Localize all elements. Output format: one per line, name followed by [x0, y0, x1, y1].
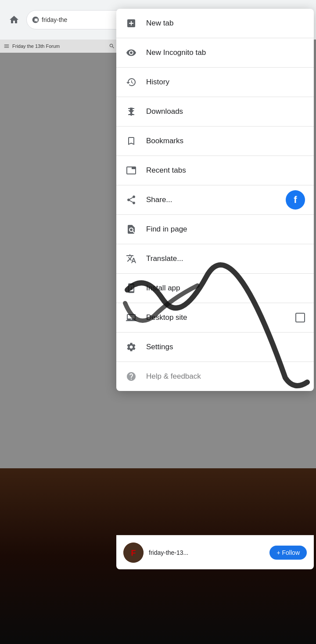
- home-button[interactable]: [5, 11, 23, 29]
- menu-item-share[interactable]: Share... f: [116, 185, 314, 214]
- help-label: Help & feedback: [146, 372, 201, 381]
- site-avatar: F: [123, 543, 144, 563]
- downloads-icon: [125, 105, 137, 118]
- desktop-site-label: Desktop site: [146, 313, 187, 322]
- history-icon: [125, 76, 137, 88]
- new-tab-icon: [125, 17, 137, 29]
- tab-bar: Friday the 13th Forum: [0, 40, 118, 53]
- incognito-icon: [125, 47, 137, 59]
- downloads-label: Downloads: [146, 107, 183, 116]
- share-icon: [125, 194, 137, 206]
- fb-icon: f: [286, 190, 305, 210]
- find-in-page-label: Find in page: [146, 225, 187, 234]
- install-app-icon: [125, 282, 137, 294]
- recent-tabs-label: Recent tabs: [146, 166, 186, 175]
- settings-label: Settings: [146, 343, 173, 351]
- translate-label: Translate...: [146, 254, 183, 263]
- history-label: History: [146, 78, 169, 87]
- menu-item-find-in-page[interactable]: Find in page: [116, 215, 314, 244]
- menu-item-downloads[interactable]: Downloads: [116, 97, 314, 126]
- follow-bar: F friday-the-13... + Follow: [116, 535, 314, 569]
- menu-item-incognito[interactable]: New Incognito tab: [116, 38, 314, 67]
- translate-icon: [125, 253, 137, 265]
- desktop-site-icon: [125, 311, 137, 324]
- find-in-page-icon: [125, 223, 137, 235]
- desktop-site-checkbox[interactable]: [295, 313, 305, 322]
- context-menu: New tab New Incognito tab History Downlo…: [116, 9, 314, 391]
- incognito-label: New Incognito tab: [146, 48, 206, 57]
- follow-site-name: friday-the-13...: [149, 549, 264, 556]
- menu-item-install-app[interactable]: Install app: [116, 274, 314, 303]
- settings-icon: [125, 341, 137, 353]
- menu-item-desktop-site[interactable]: Desktop site: [116, 303, 314, 332]
- menu-item-settings[interactable]: Settings: [116, 333, 314, 362]
- menu-item-bookmarks[interactable]: Bookmarks: [116, 127, 314, 156]
- menu-item-recent-tabs[interactable]: Recent tabs: [116, 156, 314, 185]
- share-label: Share...: [146, 195, 172, 204]
- menu-item-history[interactable]: History: [116, 68, 314, 97]
- menu-item-help[interactable]: Help & feedback: [116, 362, 314, 391]
- recent-tabs-icon: [125, 164, 137, 177]
- bookmarks-icon: [125, 135, 137, 147]
- tab-title: Friday the 13th Forum: [12, 43, 60, 49]
- help-icon: [125, 370, 137, 383]
- install-app-label: Install app: [146, 284, 180, 293]
- follow-button[interactable]: + Follow: [269, 546, 307, 560]
- menu-item-translate[interactable]: Translate...: [116, 244, 314, 273]
- bookmarks-label: Bookmarks: [146, 137, 183, 145]
- menu-item-new-tab[interactable]: New tab: [116, 9, 314, 38]
- new-tab-label: New tab: [146, 19, 173, 28]
- svg-text:F: F: [131, 549, 136, 557]
